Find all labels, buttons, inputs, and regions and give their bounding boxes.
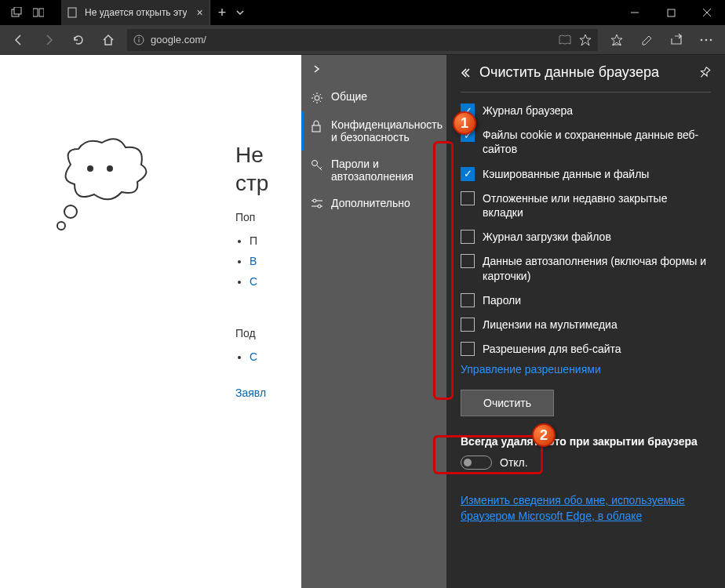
checkbox-row[interactable]: Разрешения для веб-сайта [461, 342, 711, 356]
maximize-button[interactable] [653, 0, 689, 25]
manage-permissions-link[interactable]: Управление разрешениями [461, 363, 711, 376]
heading-line2: стр [235, 171, 268, 195]
checkbox-label: Файлы cookie и сохраненные данные веб-са… [483, 128, 711, 156]
svg-point-26 [313, 199, 316, 202]
annotation-badge-1: 1 [453, 111, 476, 135]
svg-point-19 [57, 222, 65, 230]
checkbox-label: Отложенные или недавно закрытые вкладки [483, 191, 711, 220]
checkbox-label: Данные автозаполнения (включая формы и к… [483, 254, 711, 282]
new-tab-button[interactable]: + [218, 5, 227, 21]
checkbox-row[interactable]: ✓Журнал браузера [461, 103, 711, 118]
url-text: google.com/ [151, 34, 559, 45]
list-item: С [250, 350, 268, 363]
svg-rect-3 [39, 9, 44, 16]
checkbox-row[interactable]: ✓Файлы cookie и сохраненные данные веб-с… [461, 128, 711, 156]
svg-point-28 [318, 205, 321, 208]
checkbox[interactable] [461, 318, 475, 332]
key-icon [311, 159, 323, 172]
menu-item-passwords[interactable]: Пароли и автозаполнения [301, 151, 446, 190]
gear-icon [311, 92, 323, 104]
tabs-chevron-icon[interactable] [235, 8, 245, 17]
info-icon[interactable] [133, 34, 144, 45]
browser-tab[interactable]: Не удается открыть эту × [61, 0, 210, 25]
cascade-icon[interactable] [11, 7, 22, 18]
menu-label: Пароли и автозаполнения [331, 158, 437, 183]
svg-point-17 [107, 165, 113, 172]
annotation-box-1 [433, 141, 454, 400]
page-icon [67, 7, 78, 18]
svg-point-14 [705, 38, 708, 41]
home-button[interactable] [97, 29, 119, 51]
checkbox[interactable] [461, 254, 475, 268]
list-item: С [250, 275, 268, 288]
cloud-info-link[interactable]: Изменить сведения обо мне, используемые … [461, 493, 711, 524]
pin-icon[interactable] [698, 67, 711, 79]
minimize-button[interactable] [617, 0, 653, 25]
menu-item-advanced[interactable]: Дополнительно [301, 190, 446, 216]
back-chevron-icon[interactable] [461, 67, 472, 78]
lock-icon [311, 120, 323, 132]
address-bar: google.com/ [0, 25, 725, 55]
svg-point-18 [64, 205, 77, 218]
svg-rect-1 [14, 7, 21, 14]
checkbox-row[interactable]: Данные автозаполнения (включая формы и к… [461, 254, 711, 282]
menu-item-general[interactable]: Общие [301, 83, 446, 111]
checkbox-row[interactable]: Лицензии на мультимедиа [461, 318, 711, 332]
svg-point-15 [710, 38, 712, 41]
checkbox-label: Журнал браузера [483, 103, 573, 118]
list-item: В [250, 255, 268, 267]
svg-point-22 [312, 161, 318, 166]
favorites-button[interactable] [606, 29, 628, 51]
sliders-icon [311, 198, 323, 209]
svg-point-11 [138, 37, 140, 38]
refresh-button[interactable] [67, 29, 89, 51]
divider [461, 92, 711, 93]
svg-point-16 [87, 165, 93, 172]
checkbox-row[interactable]: Отложенные или недавно закрытые вкладки [461, 191, 711, 220]
checkbox-label: Кэшированные данные и файлы [483, 167, 649, 181]
svg-rect-6 [668, 9, 675, 16]
checkbox-label: Лицензии на мультимедиа [483, 318, 618, 332]
annotation-box-2 [433, 435, 543, 474]
checkbox-label: Журнал загрузки файлов [483, 230, 611, 244]
checkbox[interactable] [461, 293, 475, 307]
checkbox[interactable] [461, 191, 475, 205]
checkbox-row[interactable]: Журнал загрузки файлов [461, 230, 711, 244]
checkbox-label: Разрешения для веб-сайта [483, 342, 621, 356]
notes-button[interactable] [636, 29, 658, 51]
checkbox[interactable] [461, 230, 475, 244]
checkbox-row[interactable]: Пароли [461, 293, 711, 307]
windows-icon[interactable] [33, 7, 44, 18]
details-label: Под [235, 327, 268, 339]
thought-bubble-icon [47, 133, 157, 235]
forward-button[interactable] [38, 29, 60, 51]
panel-title: Очистить данные браузера [479, 64, 690, 81]
checkbox[interactable] [461, 342, 475, 356]
menu-label: Дополнительно [331, 197, 410, 209]
url-input[interactable]: google.com/ [127, 29, 598, 51]
svg-rect-4 [68, 8, 76, 17]
window-titlebar: Не удается открыть эту × + [0, 0, 725, 25]
favorite-icon[interactable] [579, 34, 592, 46]
reading-icon[interactable] [559, 34, 571, 45]
share-button[interactable] [665, 29, 687, 51]
menu-label: Конфиденциальность и безопасность [331, 118, 443, 143]
menu-item-privacy[interactable]: Конфиденциальность и безопасность [301, 111, 446, 151]
more-button[interactable] [695, 29, 717, 51]
annotation-badge-2: 2 [532, 423, 556, 447]
menu-label: Общие [331, 90, 367, 103]
settings-menu: Общие Конфиденциальность и безопасность … [301, 55, 446, 588]
heading-line1: Не [235, 143, 264, 167]
svg-point-20 [315, 96, 319, 100]
close-window-button[interactable] [689, 0, 725, 25]
close-tab-icon[interactable]: × [196, 6, 202, 19]
clear-data-panel: Очистить данные браузера ✓Журнал браузер… [446, 55, 725, 588]
clear-button[interactable]: Очистить [461, 390, 554, 416]
tab-title: Не удается открыть эту [85, 7, 187, 18]
checkbox[interactable]: ✓ [461, 167, 475, 181]
declaration-link[interactable]: Заявл [235, 387, 268, 399]
back-button[interactable] [8, 29, 30, 51]
svg-rect-2 [33, 9, 38, 16]
expand-menu-icon[interactable] [301, 55, 446, 83]
checkbox-row[interactable]: ✓Кэшированные данные и файлы [461, 167, 711, 181]
